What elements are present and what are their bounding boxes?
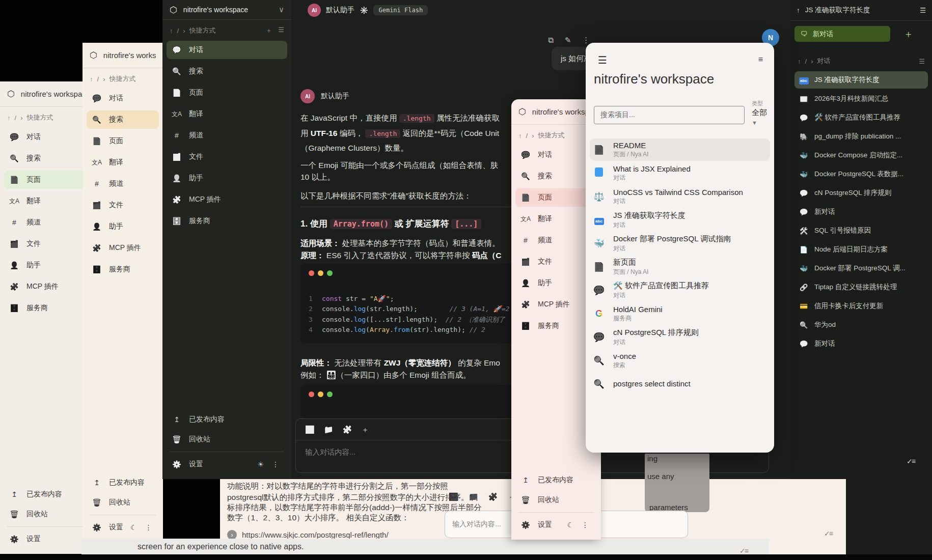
folder-icon[interactable]: 📁	[469, 492, 478, 502]
up-icon[interactable]: ↑	[798, 58, 801, 65]
up-icon[interactable]: ↑	[170, 27, 173, 35]
add-icon[interactable]: ＋	[265, 26, 272, 35]
sort-icon[interactable]: ☰	[920, 6, 926, 14]
theme-moon-icon[interactable]: ☾	[567, 521, 573, 529]
folder-icon[interactable]: 📁	[324, 425, 334, 435]
chevron-down-icon[interactable]: ∨	[279, 5, 284, 14]
sidebar-item-search[interactable]: 🔍搜索	[515, 167, 597, 185]
sidebar-item-mcp[interactable]: 🧩MCP 插件	[167, 190, 287, 209]
more-icon[interactable]: ⋮	[582, 521, 589, 529]
settings-row[interactable]: ⚙️设置 ☾⋮	[515, 516, 597, 534]
model-badge[interactable]: Gemini Flash	[373, 5, 428, 15]
conversation-item[interactable]: 🐳Docker Compose 启动指定...	[794, 147, 928, 164]
search-result-item[interactable]: 🐳 Docker 部署 PostgreSQL 调试指南对话	[590, 232, 770, 255]
conversation-item[interactable]: 🐘pg_dump 排除 publication ...	[794, 128, 928, 145]
sidebar-item-channel[interactable]: #频道	[87, 175, 159, 193]
conversation-item[interactable]: 🔗Tiptap 自定义链接跳转处理	[794, 278, 928, 296]
conversation-item[interactable]: 💬新对话	[794, 203, 928, 220]
sidebar-item-pages[interactable]: 📄页面	[515, 188, 597, 207]
tasks-icon[interactable]: ✓≡	[907, 457, 915, 465]
sidebar-item-search[interactable]: 🔍搜索	[87, 110, 159, 129]
plugin-icon[interactable]: 🧩	[488, 492, 498, 502]
sort-icon[interactable]: ☰	[278, 26, 284, 35]
sidebar-item-files[interactable]: 🗂️文件	[87, 196, 159, 214]
sidebar-item-translate[interactable]: 文A翻译	[87, 153, 159, 172]
sidebar-item-assistant[interactable]: 👤助手	[167, 169, 287, 187]
trash-button[interactable]: 🗑️回收站	[515, 491, 597, 509]
sidebar-item-files[interactable]: 🗂️文件	[515, 253, 597, 271]
search-result-item[interactable]: 📄 新页面页面 / Nya AI	[590, 256, 770, 278]
conversation-item[interactable]: 💬新对话	[794, 335, 928, 352]
more-icon[interactable]: ⋮	[582, 36, 587, 45]
up-icon[interactable]: ↑	[90, 75, 93, 83]
conversation-item[interactable]: abcJS 准确获取字符长度	[794, 71, 928, 89]
sidebar-item-assistant[interactable]: 👤助手	[87, 217, 159, 236]
search-result-item[interactable]: 🔍 postgres select distinct	[590, 373, 770, 395]
conversation-item[interactable]: 📄Node 后端日期日志方案	[794, 241, 928, 258]
published-button[interactable]: ↥已发布内容	[515, 471, 597, 489]
conversation-item[interactable]: 💬cN PostgreSQL 排序规则	[794, 184, 928, 202]
filter-icon[interactable]: ≡	[758, 55, 763, 64]
sidebar-item-pages[interactable]: 📄页面	[167, 83, 287, 102]
search-result-item[interactable]: 🔍 v-once搜索	[590, 349, 770, 372]
search-result-item[interactable]: ⚖️ UnoCSS vs Tailwind CSS Comparison对话	[590, 185, 770, 208]
edit-icon[interactable]: ✎	[565, 36, 571, 45]
search-result-item[interactable]: 📄 README页面 / Nya AI	[590, 138, 770, 161]
sort-icon[interactable]: ☰	[919, 58, 925, 65]
sidebar-item-assistant[interactable]: 👤助手	[515, 274, 597, 292]
theme-moon-icon[interactable]: ☾	[130, 523, 137, 531]
conversation-item[interactable]: 💳信用卡换卡后支付更新	[794, 297, 928, 315]
workspace-switcher[interactable]: ⬡ nitrofire's workspace ∨	[162, 0, 291, 20]
more-icon[interactable]: ⋮	[272, 460, 279, 468]
trash-button[interactable]: 🗑️回收站	[87, 493, 159, 512]
add-conversation-icon[interactable]: ＋	[903, 27, 913, 41]
search-result-item[interactable]: G HoldAI Gemini服务商	[590, 302, 770, 325]
sidebar-item-channel[interactable]: #频道	[515, 231, 597, 249]
theme-sun-icon[interactable]: ☀	[257, 460, 264, 468]
published-button[interactable]: ↥已发布内容	[167, 410, 287, 429]
new-chat-button[interactable]: 🗨 新对话	[794, 26, 890, 42]
conversation-item[interactable]: 🛠️SQL 引号报错原因	[794, 222, 928, 239]
up-icon[interactable]: ↑	[7, 114, 11, 122]
more-icon[interactable]: ⋮	[145, 523, 152, 531]
sidebar-item-chat[interactable]: 💬对话	[515, 146, 597, 164]
sidebar-item-translate[interactable]: 文A翻译	[515, 210, 597, 228]
sidebar-item-provider[interactable]: 🗄️服务商	[167, 212, 287, 230]
sidebar-item-search[interactable]: 🔍搜索	[167, 62, 287, 80]
image-icon[interactable]: 🖼️	[449, 492, 458, 502]
plugin-icon[interactable]: 🧩	[342, 425, 352, 435]
conversation-item[interactable]: 💬🛠️ 软件产品宣传图工具推荐	[794, 109, 928, 126]
search-result-item[interactable]: What is JSX Explained对话	[590, 162, 770, 184]
add-icon[interactable]: ＋	[361, 425, 369, 435]
sidebar-item-mcp[interactable]: 🧩MCP 插件	[515, 295, 597, 314]
sidebar-item-translate[interactable]: 文A翻译	[167, 105, 287, 123]
sidebar-item-provider[interactable]: 🗄️服务商	[515, 317, 597, 335]
image-icon[interactable]: 🖼️	[305, 425, 315, 435]
workspace-switcher[interactable]: ⬡ nitrofire's workspace	[83, 43, 163, 68]
sidebar-item-chat[interactable]: 💬对话	[87, 89, 159, 107]
settings-row[interactable]: ⚙️设置 ☾⋮	[87, 518, 159, 537]
conversation-item[interactable]: 🔍华为od	[794, 316, 928, 333]
search-result-item[interactable]: abc JS 准确获取字符长度对话	[590, 209, 770, 231]
menu-icon[interactable]: ☰	[598, 54, 607, 66]
conversation-item[interactable]: 📰2026年3月科技新闻汇总	[794, 90, 928, 107]
search-input[interactable]: 搜索项目...	[594, 106, 745, 124]
sidebar-item-channel[interactable]: #频道	[167, 126, 287, 145]
copy-icon[interactable]: ⧉	[548, 36, 554, 45]
tasks-icon[interactable]: ✓≡	[824, 529, 832, 538]
published-button[interactable]: ↥已发布内容	[87, 473, 159, 492]
trash-button[interactable]: 🗑️回收站	[167, 430, 287, 449]
tasks-icon[interactable]: ✓≡	[739, 547, 748, 555]
sidebar-item-pages[interactable]: 📄页面	[87, 132, 159, 150]
conversation-item[interactable]: 🐳Docker 部署 PostgreSQL 调...	[794, 260, 928, 277]
search-result-item[interactable]: 💬 🛠️ 软件产品宣传图工具推荐对话	[590, 279, 770, 301]
sidebar-item-files[interactable]: 🗂️文件	[167, 148, 287, 166]
sidebar-item-provider[interactable]: 🗄️服务商	[87, 260, 159, 278]
user-message-bubble[interactable]: js 如何准确获取字符长度	[552, 47, 587, 70]
search-result-item[interactable]: 💬 cN PostgreSQL 排序规则对话	[590, 326, 770, 348]
up-icon[interactable]: ↑	[518, 132, 522, 139]
sidebar-item-chat[interactable]: 💬对话	[167, 41, 287, 59]
sidebar-item-mcp[interactable]: 🧩MCP 插件	[87, 239, 159, 257]
up-icon[interactable]: ↑	[797, 7, 800, 14]
conversation-item[interactable]: 🐳Docker PostgreSQL 表数据...	[794, 165, 928, 183]
